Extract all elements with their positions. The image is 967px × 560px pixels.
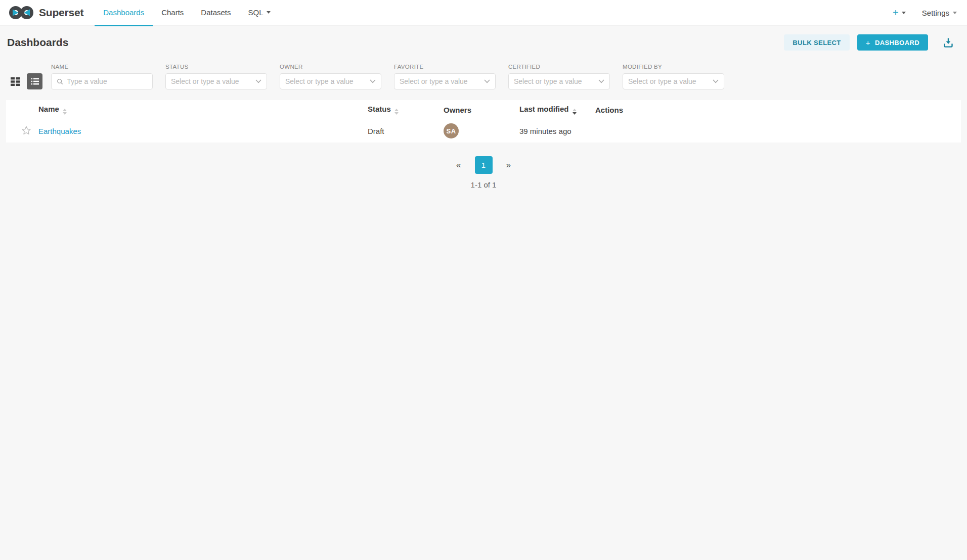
pagination-summary: 1-1 of 1 — [0, 180, 967, 189]
superset-dashboards-page: Superset Dashboards Charts Datasets SQL … — [0, 0, 967, 560]
sort-icon — [63, 109, 67, 115]
owner-avatar[interactable]: SA — [444, 123, 459, 138]
name-search-box — [51, 73, 153, 89]
filter-owner: OWNER Select or type a value — [280, 64, 381, 89]
certified-filter-select[interactable]: Select or type a value — [508, 73, 610, 89]
column-header-last-modified[interactable]: Last modified — [519, 100, 595, 119]
page-actions: BULK SELECT + DASHBOARD — [784, 34, 955, 51]
filter-label: NAME — [51, 64, 153, 70]
dashboard-link[interactable]: Earthquakes — [38, 127, 81, 135]
filter-certified: CERTIFIED Select or type a value — [508, 64, 610, 89]
plus-icon: + — [866, 38, 870, 47]
search-icon — [57, 78, 63, 85]
status-cell: Draft — [368, 119, 444, 143]
chevron-down-icon — [598, 79, 604, 83]
column-header-status[interactable]: Status — [368, 100, 444, 119]
filter-label: CERTIFIED — [508, 64, 610, 70]
favorite-column-header — [6, 100, 32, 119]
top-navbar: Superset Dashboards Charts Datasets SQL … — [0, 0, 967, 26]
previous-page-button[interactable]: « — [453, 158, 464, 172]
filter-modified-by: MODIFIED BY Select or type a value — [623, 64, 724, 89]
filter-label: OWNER — [280, 64, 381, 70]
filter-favorite: FAVORITE Select or type a value — [394, 64, 496, 89]
main-nav: Dashboards Charts Datasets SQL — [95, 0, 279, 25]
modified-by-filter-select[interactable]: Select or type a value — [623, 73, 724, 89]
actions-cell — [595, 119, 961, 143]
download-icon — [942, 36, 955, 49]
last-modified-cell: 39 minutes ago — [519, 119, 595, 143]
bulk-select-button[interactable]: BULK SELECT — [784, 34, 849, 51]
filter-label: STATUS — [165, 64, 267, 70]
pagination: « 1 » — [0, 156, 967, 174]
navbar-right: + Settings — [893, 0, 957, 25]
column-header-name[interactable]: Name — [32, 100, 368, 119]
dashboards-table-card: Name Status Owners Last modified Actions — [6, 100, 961, 143]
table-header-row: Name Status Owners Last modified Actions — [6, 100, 961, 119]
owner-filter-select[interactable]: Select or type a value — [280, 73, 381, 89]
settings-menu[interactable]: Settings — [922, 9, 957, 17]
filter-status: STATUS Select or type a value — [165, 64, 267, 89]
superset-infinity-icon — [8, 5, 34, 21]
favorite-star-button[interactable] — [21, 125, 31, 135]
brand-name: Superset — [39, 7, 83, 19]
filter-name: NAME — [51, 64, 153, 89]
dashboards-table: Name Status Owners Last modified Actions — [6, 100, 961, 143]
plus-icon: + — [893, 8, 899, 18]
settings-label: Settings — [922, 9, 949, 17]
status-filter-select[interactable]: Select or type a value — [165, 73, 267, 89]
favorite-filter-select[interactable]: Select or type a value — [394, 73, 496, 89]
new-item-menu[interactable]: + — [893, 8, 906, 18]
nav-tab-charts[interactable]: Charts — [153, 0, 192, 26]
page-title: Dashboards — [7, 36, 68, 49]
chevron-down-icon — [902, 12, 906, 14]
page-1-button[interactable]: 1 — [475, 156, 493, 174]
nav-tab-dashboards[interactable]: Dashboards — [95, 0, 153, 26]
chevron-down-icon — [370, 79, 376, 83]
column-header-actions: Actions — [595, 100, 961, 119]
filter-label: MODIFIED BY — [623, 64, 724, 70]
list-view-button[interactable] — [27, 73, 42, 89]
sort-desc-icon — [573, 109, 577, 115]
import-dashboards-button[interactable] — [942, 36, 955, 49]
next-page-button[interactable]: » — [503, 158, 514, 172]
nav-tab-sql[interactable]: SQL — [240, 0, 279, 26]
filter-bar: NAME STATUS Select or type a value OWNER… — [0, 64, 967, 89]
chevron-down-icon — [953, 12, 957, 14]
filter-label: FAVORITE — [394, 64, 496, 70]
list-view-icon — [29, 76, 40, 87]
superset-logo[interactable]: Superset — [8, 0, 83, 25]
column-header-owners: Owners — [444, 100, 519, 119]
name-filter-input[interactable] — [67, 77, 147, 85]
chevron-down-icon — [713, 79, 719, 83]
chevron-down-icon — [484, 79, 490, 83]
table-row: Earthquakes Draft SA 39 minutes ago — [6, 119, 961, 143]
chevron-down-icon — [255, 79, 261, 83]
view-mode-toggle — [7, 73, 42, 89]
grid-view-icon — [10, 76, 21, 87]
page-header: Dashboards BULK SELECT + DASHBOARD — [0, 26, 967, 51]
nav-tab-datasets[interactable]: Datasets — [192, 0, 239, 26]
chevron-down-icon — [267, 11, 271, 14]
sort-icon — [394, 109, 399, 115]
star-outline-icon — [21, 125, 31, 135]
add-dashboard-button[interactable]: + DASHBOARD — [857, 34, 928, 51]
card-view-button[interactable] — [7, 73, 23, 89]
